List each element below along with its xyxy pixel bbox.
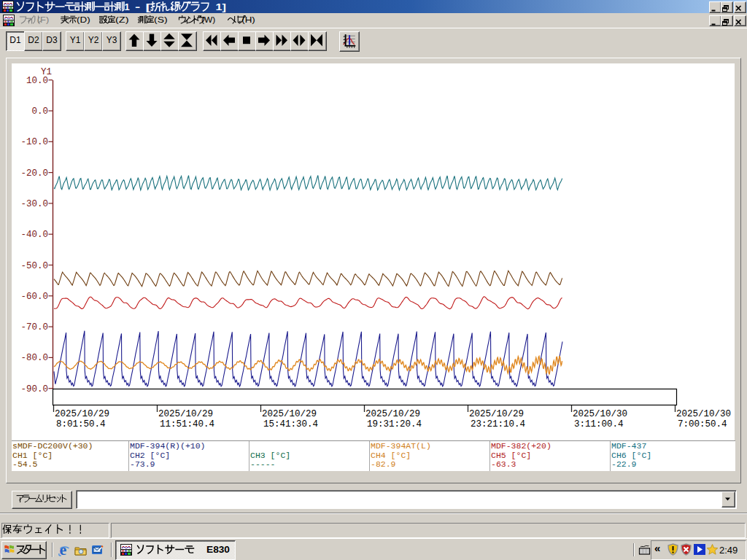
svg-text:15:41:30.4: 15:41:30.4 — [263, 419, 318, 429]
svg-text:-30.0: -30.0 — [20, 199, 48, 209]
svg-text:(H): (H) — [241, 15, 255, 24]
svg-text:-50.0: -50.0 — [20, 261, 48, 271]
svg-text:2025/10/29: 2025/10/29 — [158, 409, 213, 419]
svg-text:-40.0: -40.0 — [20, 230, 48, 240]
svg-text:-80.0: -80.0 — [20, 353, 48, 363]
svg-text:0.0: 0.0 — [31, 106, 48, 117]
svg-text:1]: 1] — [215, 1, 225, 12]
svg-text:-10.0: -10.0 — [20, 137, 48, 147]
svg-text:2025/10/29: 2025/10/29 — [469, 409, 524, 419]
svg-text:2025/10/30: 2025/10/30 — [676, 409, 731, 419]
svg-text:Y1: Y1 — [41, 67, 52, 77]
svg-text:23:21:10.4: 23:21:10.4 — [471, 419, 525, 429]
svg-text:19:31:20.4: 19:31:20.4 — [367, 419, 422, 429]
svg-text:2025/10/29: 2025/10/29 — [262, 409, 317, 419]
svg-text:E830: E830 — [206, 545, 230, 555]
svg-text:(Z): (Z) — [115, 15, 129, 24]
svg-text:2025/10/29: 2025/10/29 — [365, 409, 420, 419]
svg-text:2025/10/29: 2025/10/29 — [55, 409, 109, 419]
svg-text:7:00:50.4: 7:00:50.4 — [678, 419, 727, 429]
svg-text:[: [ — [145, 1, 151, 12]
svg-text:(S): (S) — [154, 15, 168, 24]
svg-text:11:51:40.4: 11:51:40.4 — [160, 419, 214, 429]
svg-text:-90.0: -90.0 — [20, 384, 48, 394]
svg-text:(W): (W) — [201, 15, 215, 24]
svg-text:1: 1 — [125, 1, 131, 12]
svg-text:-60.0: -60.0 — [20, 292, 48, 302]
svg-text:(F): (F) — [37, 15, 50, 24]
svg-text:(D): (D) — [77, 15, 90, 24]
svg-text:-70.0: -70.0 — [20, 322, 48, 332]
svg-text:-: - — [135, 1, 140, 12]
svg-text:-20.0: -20.0 — [20, 168, 48, 179]
svg-text:2025/10/30: 2025/10/30 — [573, 409, 627, 419]
svg-text:3:11:00.4: 3:11:00.4 — [574, 419, 624, 429]
svg-text:8:01:50.4: 8:01:50.4 — [56, 419, 106, 429]
